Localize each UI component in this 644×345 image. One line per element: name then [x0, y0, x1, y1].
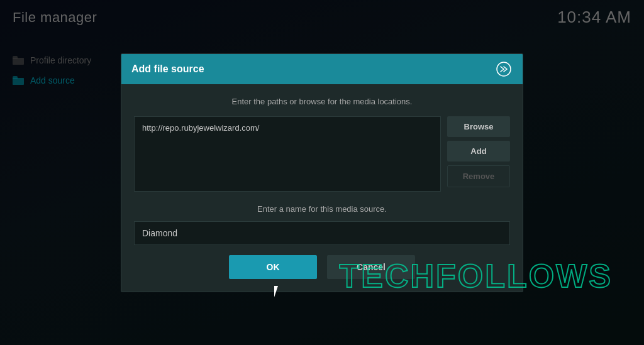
dialog-header: Add file source	[121, 54, 523, 84]
name-section: Enter a name for this media source. Diam…	[134, 204, 510, 245]
cancel-button[interactable]: Cancel	[327, 255, 415, 279]
ok-button[interactable]: OK	[229, 255, 317, 279]
dialog-title: Add file source	[131, 63, 204, 75]
browse-button[interactable]: Browse	[447, 116, 510, 137]
kodi-logo	[495, 60, 513, 78]
dialog-footer: OK Cancel	[121, 245, 523, 292]
source-section: Browse Add Remove	[134, 116, 510, 192]
remove-button: Remove	[447, 165, 510, 187]
source-name-value: Diamond	[142, 228, 177, 238]
name-instruction: Enter a name for this media source.	[134, 204, 510, 214]
source-instruction: Enter the paths or browse for the media …	[134, 97, 510, 106]
add-button[interactable]: Add	[447, 141, 510, 162]
add-file-source-dialog: Add file source Enter the paths or brows…	[121, 53, 523, 292]
dialog-body: Enter the paths or browse for the media …	[121, 84, 523, 245]
name-input-container[interactable]: Diamond	[134, 221, 510, 245]
kodi-logo-svg	[496, 62, 511, 77]
source-action-buttons: Browse Add Remove	[447, 116, 510, 192]
source-url-input[interactable]	[134, 116, 441, 192]
